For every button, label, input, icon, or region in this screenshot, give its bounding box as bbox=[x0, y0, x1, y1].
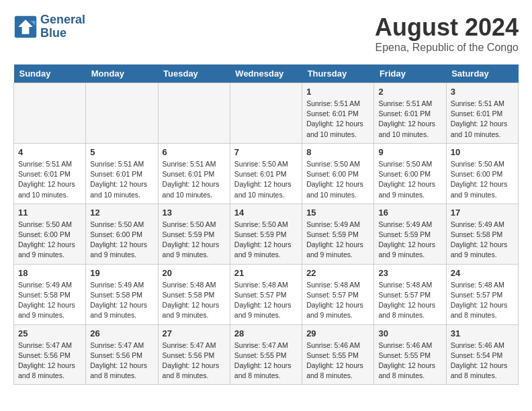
day-number: 13 bbox=[163, 208, 226, 218]
day-info: Sunrise: 5:51 AM Sunset: 6:01 PM Dayligh… bbox=[306, 99, 369, 140]
calendar-cell bbox=[86, 83, 158, 144]
week-row-1: 1Sunrise: 5:51 AM Sunset: 6:01 PM Daylig… bbox=[14, 83, 519, 144]
calendar-cell: 18Sunrise: 5:49 AM Sunset: 5:58 PM Dayli… bbox=[14, 264, 86, 324]
logo-icon bbox=[13, 15, 38, 39]
week-row-2: 4Sunrise: 5:51 AM Sunset: 6:01 PM Daylig… bbox=[14, 143, 519, 203]
day-number: 12 bbox=[90, 208, 153, 218]
day-number: 21 bbox=[234, 268, 298, 278]
day-info: Sunrise: 5:47 AM Sunset: 5:56 PM Dayligh… bbox=[163, 340, 226, 381]
day-number: 7 bbox=[234, 147, 298, 157]
day-number: 24 bbox=[451, 268, 514, 278]
day-info: Sunrise: 5:48 AM Sunset: 5:58 PM Dayligh… bbox=[163, 280, 226, 321]
calendar-title: August 2024 bbox=[375, 13, 519, 42]
calendar-cell: 26Sunrise: 5:47 AM Sunset: 5:56 PM Dayli… bbox=[86, 324, 158, 385]
day-info: Sunrise: 5:49 AM Sunset: 5:58 PM Dayligh… bbox=[18, 280, 81, 321]
day-info: Sunrise: 5:51 AM Sunset: 6:01 PM Dayligh… bbox=[90, 159, 153, 200]
calendar-cell: 1Sunrise: 5:51 AM Sunset: 6:01 PM Daylig… bbox=[302, 83, 374, 144]
day-number: 9 bbox=[378, 147, 441, 157]
title-block: August 2024 Epena, Republic of the Congo bbox=[375, 13, 519, 54]
calendar-cell: 24Sunrise: 5:48 AM Sunset: 5:57 PM Dayli… bbox=[446, 264, 518, 324]
day-number: 6 bbox=[163, 147, 226, 157]
day-info: Sunrise: 5:51 AM Sunset: 6:01 PM Dayligh… bbox=[378, 99, 441, 140]
day-of-week-thursday: Thursday bbox=[302, 64, 374, 83]
day-info: Sunrise: 5:50 AM Sunset: 6:00 PM Dayligh… bbox=[378, 159, 441, 200]
calendar-cell: 20Sunrise: 5:48 AM Sunset: 5:58 PM Dayli… bbox=[158, 264, 230, 324]
day-number: 30 bbox=[378, 328, 441, 338]
calendar-cell: 2Sunrise: 5:51 AM Sunset: 6:01 PM Daylig… bbox=[374, 83, 446, 144]
calendar-body: 1Sunrise: 5:51 AM Sunset: 6:01 PM Daylig… bbox=[14, 83, 519, 385]
calendar-cell: 22Sunrise: 5:48 AM Sunset: 5:57 PM Dayli… bbox=[302, 264, 374, 324]
day-number: 31 bbox=[451, 328, 514, 338]
calendar-cell: 16Sunrise: 5:49 AM Sunset: 5:59 PM Dayli… bbox=[374, 203, 446, 264]
logo-text: General Blue bbox=[40, 13, 85, 40]
day-of-week-saturday: Saturday bbox=[446, 64, 518, 83]
day-number: 17 bbox=[451, 208, 514, 218]
day-number: 27 bbox=[163, 328, 226, 338]
day-info: Sunrise: 5:47 AM Sunset: 5:55 PM Dayligh… bbox=[234, 340, 298, 381]
day-info: Sunrise: 5:46 AM Sunset: 5:54 PM Dayligh… bbox=[451, 340, 514, 381]
day-number: 16 bbox=[378, 208, 441, 218]
day-of-week-wednesday: Wednesday bbox=[230, 64, 302, 83]
logo-line2: Blue bbox=[40, 27, 85, 40]
calendar-cell bbox=[230, 83, 302, 144]
day-info: Sunrise: 5:48 AM Sunset: 5:57 PM Dayligh… bbox=[378, 280, 441, 321]
calendar-cell: 9Sunrise: 5:50 AM Sunset: 6:00 PM Daylig… bbox=[374, 143, 446, 203]
day-info: Sunrise: 5:50 AM Sunset: 5:59 PM Dayligh… bbox=[163, 220, 226, 261]
day-number: 2 bbox=[378, 87, 441, 97]
day-number: 1 bbox=[306, 87, 369, 97]
calendar-cell: 28Sunrise: 5:47 AM Sunset: 5:55 PM Dayli… bbox=[230, 324, 302, 385]
day-info: Sunrise: 5:49 AM Sunset: 5:59 PM Dayligh… bbox=[306, 220, 369, 261]
day-info: Sunrise: 5:46 AM Sunset: 5:55 PM Dayligh… bbox=[378, 340, 441, 381]
calendar-cell: 10Sunrise: 5:50 AM Sunset: 6:00 PM Dayli… bbox=[446, 143, 518, 203]
day-info: Sunrise: 5:49 AM Sunset: 5:58 PM Dayligh… bbox=[90, 280, 153, 321]
days-of-week-row: SundayMondayTuesdayWednesdayThursdayFrid… bbox=[14, 64, 519, 83]
day-number: 26 bbox=[90, 328, 153, 338]
day-of-week-sunday: Sunday bbox=[14, 64, 86, 83]
logo: General Blue bbox=[13, 13, 85, 40]
calendar-cell: 5Sunrise: 5:51 AM Sunset: 6:01 PM Daylig… bbox=[86, 143, 158, 203]
day-number: 11 bbox=[18, 208, 81, 218]
day-number: 19 bbox=[90, 268, 153, 278]
day-number: 29 bbox=[306, 328, 369, 338]
calendar-cell: 14Sunrise: 5:50 AM Sunset: 5:59 PM Dayli… bbox=[230, 203, 302, 264]
calendar-cell: 15Sunrise: 5:49 AM Sunset: 5:59 PM Dayli… bbox=[302, 203, 374, 264]
day-info: Sunrise: 5:47 AM Sunset: 5:56 PM Dayligh… bbox=[90, 340, 153, 381]
day-info: Sunrise: 5:48 AM Sunset: 5:57 PM Dayligh… bbox=[451, 280, 514, 321]
logo-line1: General bbox=[40, 13, 85, 27]
calendar-cell: 11Sunrise: 5:50 AM Sunset: 6:00 PM Dayli… bbox=[14, 203, 86, 264]
day-number: 25 bbox=[18, 328, 81, 338]
calendar-cell: 17Sunrise: 5:49 AM Sunset: 5:58 PM Dayli… bbox=[446, 203, 518, 264]
calendar-cell: 4Sunrise: 5:51 AM Sunset: 6:01 PM Daylig… bbox=[14, 143, 86, 203]
day-number: 18 bbox=[18, 268, 81, 278]
calendar-cell: 7Sunrise: 5:50 AM Sunset: 6:01 PM Daylig… bbox=[230, 143, 302, 203]
day-number: 20 bbox=[163, 268, 226, 278]
calendar-cell: 27Sunrise: 5:47 AM Sunset: 5:56 PM Dayli… bbox=[158, 324, 230, 385]
day-info: Sunrise: 5:51 AM Sunset: 6:01 PM Dayligh… bbox=[18, 159, 81, 200]
calendar-table: SundayMondayTuesdayWednesdayThursdayFrid… bbox=[13, 64, 519, 385]
day-info: Sunrise: 5:50 AM Sunset: 6:00 PM Dayligh… bbox=[18, 220, 81, 261]
week-row-3: 11Sunrise: 5:50 AM Sunset: 6:00 PM Dayli… bbox=[14, 203, 519, 264]
calendar-cell: 13Sunrise: 5:50 AM Sunset: 5:59 PM Dayli… bbox=[158, 203, 230, 264]
calendar-cell bbox=[158, 83, 230, 144]
day-of-week-friday: Friday bbox=[374, 64, 446, 83]
day-info: Sunrise: 5:46 AM Sunset: 5:55 PM Dayligh… bbox=[306, 340, 369, 381]
day-number: 5 bbox=[90, 147, 153, 157]
day-info: Sunrise: 5:50 AM Sunset: 6:00 PM Dayligh… bbox=[90, 220, 153, 261]
day-info: Sunrise: 5:49 AM Sunset: 5:59 PM Dayligh… bbox=[378, 220, 441, 261]
calendar-cell: 8Sunrise: 5:50 AM Sunset: 6:00 PM Daylig… bbox=[302, 143, 374, 203]
calendar-cell: 31Sunrise: 5:46 AM Sunset: 5:54 PM Dayli… bbox=[446, 324, 518, 385]
calendar-cell: 29Sunrise: 5:46 AM Sunset: 5:55 PM Dayli… bbox=[302, 324, 374, 385]
day-number: 3 bbox=[451, 87, 514, 97]
calendar-cell: 25Sunrise: 5:47 AM Sunset: 5:56 PM Dayli… bbox=[14, 324, 86, 385]
day-number: 15 bbox=[306, 208, 369, 218]
day-info: Sunrise: 5:50 AM Sunset: 5:59 PM Dayligh… bbox=[234, 220, 298, 261]
day-number: 28 bbox=[234, 328, 298, 338]
day-number: 22 bbox=[306, 268, 369, 278]
calendar-cell: 19Sunrise: 5:49 AM Sunset: 5:58 PM Dayli… bbox=[86, 264, 158, 324]
day-number: 14 bbox=[234, 208, 298, 218]
calendar-cell: 30Sunrise: 5:46 AM Sunset: 5:55 PM Dayli… bbox=[374, 324, 446, 385]
day-number: 10 bbox=[451, 147, 514, 157]
day-of-week-monday: Monday bbox=[86, 64, 158, 83]
day-info: Sunrise: 5:51 AM Sunset: 6:01 PM Dayligh… bbox=[451, 99, 514, 140]
week-row-4: 18Sunrise: 5:49 AM Sunset: 5:58 PM Dayli… bbox=[14, 264, 519, 324]
